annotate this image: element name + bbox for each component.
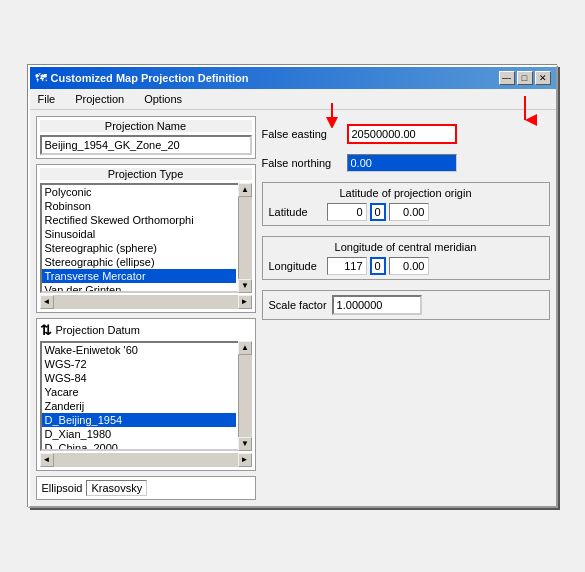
projection-type-label: Projection Type — [40, 168, 252, 180]
lon-meridian-group: Longitude of central meridian Longitude — [262, 236, 550, 280]
title-buttons: — □ ✕ — [499, 71, 551, 85]
lat-label: Latitude — [269, 206, 324, 218]
right-panel: False easting False northing Latitude of… — [262, 116, 550, 500]
list-item-selected-datum[interactable]: D_Beijing_1954 — [42, 413, 236, 427]
datum-header: ⇅ Projection Datum — [40, 322, 252, 338]
close-button[interactable]: ✕ — [535, 71, 551, 85]
projection-name-input[interactable] — [40, 135, 252, 155]
false-northing-input[interactable] — [347, 154, 457, 172]
list-item[interactable]: Robinson — [42, 199, 236, 213]
projection-type-list-wrapper: Polyconic Robinson Rectified Skewed Orth… — [40, 183, 252, 293]
lon-label: Longitude — [269, 260, 324, 272]
scroll-up-btn[interactable]: ▲ — [238, 183, 252, 197]
lon-row: Longitude — [269, 257, 543, 275]
datum-scroll-left-btn[interactable]: ◄ — [40, 453, 54, 467]
lon-min-input[interactable] — [370, 257, 386, 275]
menu-bar: File Projection Options — [30, 89, 556, 110]
h-scroll-area: ◄ ► — [40, 295, 252, 309]
list-item[interactable]: Rectified Skewed Orthomorphi — [42, 213, 236, 227]
scale-factor-row: Scale factor — [262, 290, 550, 320]
datum-vertical-scrollbar[interactable]: ▲ ▼ — [238, 341, 252, 451]
projection-name-box: Projection Name — [36, 116, 256, 159]
scroll-right-btn[interactable]: ► — [238, 295, 252, 309]
menu-projection[interactable]: Projection — [71, 91, 128, 107]
datum-scroll-down-btn[interactable]: ▼ — [238, 437, 252, 451]
datum-list[interactable]: Wake-Eniwetok '60 WGS-72 WGS-84 Yacare Z… — [40, 341, 252, 451]
scroll-left-btn[interactable]: ◄ — [40, 295, 54, 309]
list-item[interactable]: Polyconic — [42, 185, 236, 199]
minimize-button[interactable]: — — [499, 71, 515, 85]
scroll-track[interactable] — [239, 197, 252, 279]
datum-h-scroll-track[interactable] — [54, 453, 238, 467]
red-arrow-easting — [510, 96, 540, 126]
list-item[interactable]: WGS-72 — [42, 357, 236, 371]
menu-file[interactable]: File — [34, 91, 60, 107]
scale-input[interactable] — [332, 295, 422, 315]
lat-row: Latitude — [269, 203, 543, 221]
lat-deg-input[interactable] — [327, 203, 367, 221]
false-northing-row: False northing — [262, 154, 550, 172]
list-item[interactable]: Stereographic (ellipse) — [42, 255, 236, 269]
list-item[interactable]: Sinusoidal — [42, 227, 236, 241]
window-title: Customized Map Projection Definition — [51, 72, 249, 84]
list-item[interactable]: Wake-Eniwetok '60 — [42, 343, 236, 357]
h-scroll-track[interactable] — [54, 295, 238, 309]
list-item[interactable]: D_China_2000 — [42, 441, 236, 451]
scale-label: Scale factor — [269, 299, 327, 311]
title-bar: 🗺 Customized Map Projection Definition —… — [30, 67, 556, 89]
vertical-scrollbar[interactable]: ▲ ▼ — [238, 183, 252, 293]
list-item-selected[interactable]: Transverse Mercator — [42, 269, 236, 283]
datum-scroll-right-btn[interactable]: ► — [238, 453, 252, 467]
lat-origin-group: Latitude of projection origin Latitude — [262, 182, 550, 226]
main-window: 🗺 Customized Map Projection Definition —… — [28, 65, 558, 508]
lon-deg-input[interactable] — [327, 257, 367, 275]
false-easting-label: False easting — [262, 128, 342, 140]
projection-name-label: Projection Name — [40, 120, 252, 132]
lon-sec-input[interactable] — [389, 257, 429, 275]
datum-icon: ⇅ — [40, 322, 52, 338]
main-content: Projection Name Projection Type Polyconi… — [30, 110, 556, 506]
menu-options[interactable]: Options — [140, 91, 186, 107]
datum-scroll-track[interactable] — [239, 355, 252, 437]
ellipsoid-row: Ellipsoid Krasovsky — [36, 476, 256, 500]
app-icon: 🗺 — [35, 71, 47, 85]
datum-label: Projection Datum — [56, 324, 140, 336]
list-item[interactable]: Van der Grinten — [42, 283, 236, 293]
false-easting-row: False easting — [262, 124, 550, 144]
list-item[interactable]: WGS-84 — [42, 371, 236, 385]
list-item[interactable]: Yacare — [42, 385, 236, 399]
list-item[interactable]: Stereographic (sphere) — [42, 241, 236, 255]
datum-section: ⇅ Projection Datum Wake-Eniwetok '60 WGS… — [36, 318, 256, 471]
list-item[interactable]: D_Xian_1980 — [42, 427, 236, 441]
false-easting-input[interactable] — [347, 124, 457, 144]
lon-meridian-title: Longitude of central meridian — [269, 241, 543, 253]
projection-type-box: Projection Type Polyconic Robinson Recti… — [36, 164, 256, 313]
scroll-down-btn[interactable]: ▼ — [238, 279, 252, 293]
datum-scroll-up-btn[interactable]: ▲ — [238, 341, 252, 355]
lat-origin-title: Latitude of projection origin — [269, 187, 543, 199]
maximize-button[interactable]: □ — [517, 71, 533, 85]
list-item[interactable]: Zanderij — [42, 399, 236, 413]
left-panel: Projection Name Projection Type Polyconi… — [36, 116, 256, 500]
projection-type-list[interactable]: Polyconic Robinson Rectified Skewed Orth… — [40, 183, 252, 293]
lat-sec-input[interactable] — [389, 203, 429, 221]
ellipsoid-value: Krasovsky — [86, 480, 147, 496]
title-bar-left: 🗺 Customized Map Projection Definition — [35, 71, 249, 85]
datum-h-scroll-area: ◄ ► — [40, 453, 252, 467]
false-northing-label: False northing — [262, 157, 342, 169]
lat-min-input[interactable] — [370, 203, 386, 221]
datum-list-wrapper: Wake-Eniwetok '60 WGS-72 WGS-84 Yacare Z… — [40, 341, 252, 451]
ellipsoid-label: Ellipsoid — [42, 482, 83, 494]
